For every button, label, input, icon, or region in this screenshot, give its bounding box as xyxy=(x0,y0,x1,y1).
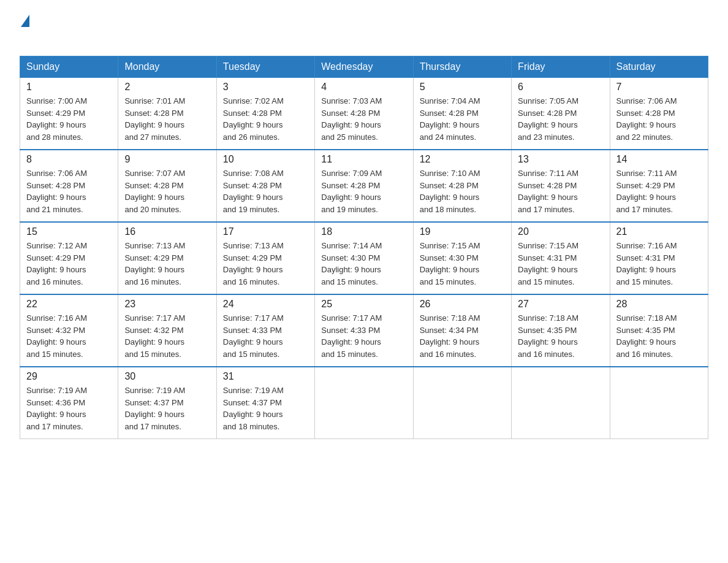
day-info: Sunrise: 7:14 AMSunset: 4:30 PMDaylight:… xyxy=(321,241,382,286)
day-number: 31 xyxy=(223,371,308,382)
weekday-header-friday: Friday xyxy=(512,56,610,78)
calendar-cell: 7 Sunrise: 7:06 AMSunset: 4:28 PMDayligh… xyxy=(610,78,708,150)
day-number: 7 xyxy=(616,82,702,93)
day-info: Sunrise: 7:05 AMSunset: 4:28 PMDaylight:… xyxy=(518,96,578,142)
calendar-cell: 13 Sunrise: 7:11 AMSunset: 4:28 PMDaylig… xyxy=(512,150,610,222)
day-number: 5 xyxy=(420,82,505,93)
weekday-header-saturday: Saturday xyxy=(610,56,708,78)
weekday-header-sunday: Sunday xyxy=(20,56,118,78)
logo xyxy=(20,15,29,46)
day-number: 30 xyxy=(124,371,210,382)
day-info: Sunrise: 7:16 AMSunset: 4:32 PMDaylight:… xyxy=(26,313,87,359)
day-number: 25 xyxy=(321,299,406,310)
calendar-cell: 5 Sunrise: 7:04 AMSunset: 4:28 PMDayligh… xyxy=(413,78,511,150)
logo-triangle-icon xyxy=(21,15,29,27)
day-number: 3 xyxy=(223,82,308,93)
calendar-cell: 2 Sunrise: 7:01 AMSunset: 4:28 PMDayligh… xyxy=(118,78,216,150)
day-info: Sunrise: 7:18 AMSunset: 4:35 PMDaylight:… xyxy=(616,313,677,359)
calendar-cell: 29 Sunrise: 7:19 AMSunset: 4:36 PMDaylig… xyxy=(20,367,118,439)
day-info: Sunrise: 7:06 AMSunset: 4:28 PMDaylight:… xyxy=(616,96,677,142)
calendar-week-row: 1 Sunrise: 7:00 AMSunset: 4:29 PMDayligh… xyxy=(20,78,708,150)
day-info: Sunrise: 7:17 AMSunset: 4:32 PMDaylight:… xyxy=(124,313,185,359)
day-number: 6 xyxy=(518,82,603,93)
calendar-cell: 19 Sunrise: 7:15 AMSunset: 4:30 PMDaylig… xyxy=(413,222,511,294)
weekday-header-tuesday: Tuesday xyxy=(216,56,314,78)
day-number: 8 xyxy=(26,154,112,165)
calendar-cell: 30 Sunrise: 7:19 AMSunset: 4:37 PMDaylig… xyxy=(118,367,216,439)
day-info: Sunrise: 7:04 AMSunset: 4:28 PMDaylight:… xyxy=(420,96,480,142)
calendar-cell: 27 Sunrise: 7:18 AMSunset: 4:35 PMDaylig… xyxy=(512,294,610,367)
day-info: Sunrise: 7:08 AMSunset: 4:28 PMDaylight:… xyxy=(223,169,284,214)
day-number: 15 xyxy=(26,226,112,237)
day-info: Sunrise: 7:18 AMSunset: 4:34 PMDaylight:… xyxy=(420,313,480,359)
calendar-cell: 24 Sunrise: 7:17 AMSunset: 4:33 PMDaylig… xyxy=(216,294,314,367)
weekday-header-row: SundayMondayTuesdayWednesdayThursdayFrid… xyxy=(20,56,708,78)
day-info: Sunrise: 7:19 AMSunset: 4:36 PMDaylight:… xyxy=(26,386,87,431)
calendar-cell: 17 Sunrise: 7:13 AMSunset: 4:29 PMDaylig… xyxy=(216,222,314,294)
calendar-cell: 28 Sunrise: 7:18 AMSunset: 4:35 PMDaylig… xyxy=(610,294,708,367)
calendar-cell: 12 Sunrise: 7:10 AMSunset: 4:28 PMDaylig… xyxy=(413,150,511,222)
calendar-cell: 1 Sunrise: 7:00 AMSunset: 4:29 PMDayligh… xyxy=(20,78,118,150)
calendar-table: SundayMondayTuesdayWednesdayThursdayFrid… xyxy=(20,56,708,439)
day-info: Sunrise: 7:01 AMSunset: 4:28 PMDaylight:… xyxy=(124,96,185,142)
day-number: 18 xyxy=(321,226,406,237)
calendar-cell xyxy=(413,367,511,439)
day-number: 1 xyxy=(26,82,112,93)
day-number: 23 xyxy=(124,299,210,310)
weekday-header-thursday: Thursday xyxy=(413,56,511,78)
calendar-cell: 16 Sunrise: 7:13 AMSunset: 4:29 PMDaylig… xyxy=(118,222,216,294)
day-info: Sunrise: 7:07 AMSunset: 4:28 PMDaylight:… xyxy=(124,169,185,214)
day-number: 24 xyxy=(223,299,308,310)
day-info: Sunrise: 7:03 AMSunset: 4:28 PMDaylight:… xyxy=(321,96,382,142)
calendar-cell: 9 Sunrise: 7:07 AMSunset: 4:28 PMDayligh… xyxy=(118,150,216,222)
calendar-cell: 15 Sunrise: 7:12 AMSunset: 4:29 PMDaylig… xyxy=(20,222,118,294)
day-number: 28 xyxy=(616,299,702,310)
calendar-cell: 10 Sunrise: 7:08 AMSunset: 4:28 PMDaylig… xyxy=(216,150,314,222)
day-info: Sunrise: 7:00 AMSunset: 4:29 PMDaylight:… xyxy=(26,96,87,142)
calendar-cell: 31 Sunrise: 7:19 AMSunset: 4:37 PMDaylig… xyxy=(216,367,314,439)
day-info: Sunrise: 7:02 AMSunset: 4:28 PMDaylight:… xyxy=(223,96,284,142)
day-number: 17 xyxy=(223,226,308,237)
calendar-cell: 6 Sunrise: 7:05 AMSunset: 4:28 PMDayligh… xyxy=(512,78,610,150)
day-info: Sunrise: 7:09 AMSunset: 4:28 PMDaylight:… xyxy=(321,169,382,214)
day-info: Sunrise: 7:19 AMSunset: 4:37 PMDaylight:… xyxy=(223,386,284,431)
day-number: 16 xyxy=(124,226,210,237)
day-number: 10 xyxy=(223,154,308,165)
day-number: 21 xyxy=(616,226,702,237)
day-number: 19 xyxy=(420,226,505,237)
page-header xyxy=(20,15,708,46)
calendar-cell: 20 Sunrise: 7:15 AMSunset: 4:31 PMDaylig… xyxy=(512,222,610,294)
day-info: Sunrise: 7:11 AMSunset: 4:29 PMDaylight:… xyxy=(616,169,677,214)
calendar-cell: 3 Sunrise: 7:02 AMSunset: 4:28 PMDayligh… xyxy=(216,78,314,150)
day-number: 12 xyxy=(420,154,505,165)
calendar-cell: 8 Sunrise: 7:06 AMSunset: 4:28 PMDayligh… xyxy=(20,150,118,222)
calendar-cell: 4 Sunrise: 7:03 AMSunset: 4:28 PMDayligh… xyxy=(315,78,413,150)
calendar-cell: 18 Sunrise: 7:14 AMSunset: 4:30 PMDaylig… xyxy=(315,222,413,294)
calendar-cell xyxy=(512,367,610,439)
calendar-week-row: 15 Sunrise: 7:12 AMSunset: 4:29 PMDaylig… xyxy=(20,222,708,294)
day-number: 26 xyxy=(420,299,505,310)
day-number: 13 xyxy=(518,154,603,165)
calendar-cell: 26 Sunrise: 7:18 AMSunset: 4:34 PMDaylig… xyxy=(413,294,511,367)
day-number: 4 xyxy=(321,82,406,93)
day-number: 27 xyxy=(518,299,603,310)
day-number: 14 xyxy=(616,154,702,165)
calendar-week-row: 22 Sunrise: 7:16 AMSunset: 4:32 PMDaylig… xyxy=(20,294,708,367)
day-info: Sunrise: 7:18 AMSunset: 4:35 PMDaylight:… xyxy=(518,313,578,359)
calendar-cell xyxy=(610,367,708,439)
day-info: Sunrise: 7:15 AMSunset: 4:30 PMDaylight:… xyxy=(420,241,480,286)
day-info: Sunrise: 7:13 AMSunset: 4:29 PMDaylight:… xyxy=(223,241,284,286)
day-info: Sunrise: 7:16 AMSunset: 4:31 PMDaylight:… xyxy=(616,241,677,286)
weekday-header-monday: Monday xyxy=(118,56,216,78)
calendar-cell xyxy=(315,367,413,439)
calendar-cell: 22 Sunrise: 7:16 AMSunset: 4:32 PMDaylig… xyxy=(20,294,118,367)
day-number: 20 xyxy=(518,226,603,237)
day-number: 22 xyxy=(26,299,112,310)
day-info: Sunrise: 7:19 AMSunset: 4:37 PMDaylight:… xyxy=(124,386,185,431)
calendar-cell: 14 Sunrise: 7:11 AMSunset: 4:29 PMDaylig… xyxy=(610,150,708,222)
day-info: Sunrise: 7:13 AMSunset: 4:29 PMDaylight:… xyxy=(124,241,185,286)
day-info: Sunrise: 7:12 AMSunset: 4:29 PMDaylight:… xyxy=(26,241,87,286)
day-info: Sunrise: 7:17 AMSunset: 4:33 PMDaylight:… xyxy=(321,313,382,359)
calendar-week-row: 8 Sunrise: 7:06 AMSunset: 4:28 PMDayligh… xyxy=(20,150,708,222)
calendar-cell: 11 Sunrise: 7:09 AMSunset: 4:28 PMDaylig… xyxy=(315,150,413,222)
